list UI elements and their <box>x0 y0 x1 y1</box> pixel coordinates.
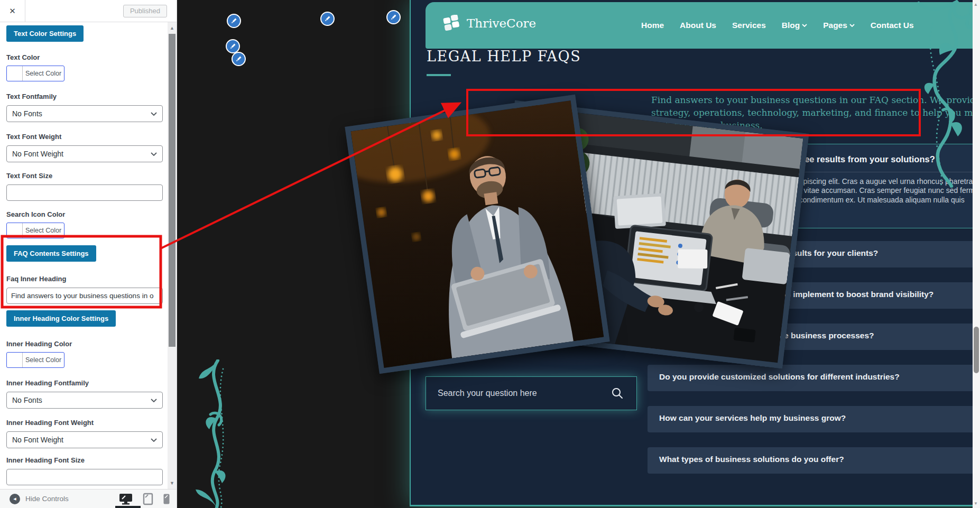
sidebar-bottombar: ◀ Hide Controls <box>0 489 177 508</box>
title-underline <box>427 74 451 76</box>
page-title: LEGAL HELP FAQS <box>427 48 581 64</box>
active-device-indicator <box>115 506 141 508</box>
faq-inner-heading-input[interactable] <box>6 288 163 304</box>
inner-heading-color-label: Inner Heading Color <box>6 340 72 348</box>
inner-heading-fontfamily-select[interactable]: No Fonts <box>6 392 163 409</box>
settings-sidebar: ✕ Published Text Color Settings Text Col… <box>0 0 177 508</box>
brand-logo-icon <box>442 15 461 32</box>
chevron-down-icon <box>802 24 807 27</box>
edit-pencil-icon[interactable] <box>320 12 335 26</box>
nav-item-pages[interactable]: Pages <box>823 21 855 30</box>
faq-inner-heading-label: Faq Inner Heading <box>6 275 66 283</box>
faq-item[interactable]: Do you provide customized solutions for … <box>648 365 980 391</box>
scroll-up-icon[interactable]: ▲ <box>170 25 174 31</box>
text-font-weight-value: No Font Weight <box>12 150 151 158</box>
scroll-down-icon[interactable]: ▼ <box>170 481 174 486</box>
customizer-window: ✕ Published Text Color Settings Text Col… <box>0 0 980 508</box>
edit-pencil-icon[interactable] <box>232 52 246 66</box>
text-fontfamily-value: No Fonts <box>12 109 151 118</box>
select-color-label: Select Color <box>23 356 64 364</box>
faq-question[interactable]: How can your services help my business g… <box>659 413 846 423</box>
chevron-down-icon <box>849 24 855 27</box>
edit-pencil-icon[interactable] <box>227 14 241 28</box>
brand-name: ThriveCore <box>467 16 536 30</box>
inner-heading-color-picker[interactable]: Select Color <box>6 352 64 368</box>
edit-pencil-icon[interactable] <box>386 10 401 24</box>
site-header: ThriveCore Home About Us Services Blog P… <box>426 2 980 49</box>
photo-businessman-laptop <box>345 95 609 374</box>
text-color-picker[interactable]: Select Color <box>6 66 64 81</box>
chevron-down-icon <box>151 438 157 442</box>
chevron-down-icon <box>151 399 157 402</box>
window-scrollbar[interactable]: ▲ ▼ <box>973 0 980 508</box>
faq-contents-settings-button[interactable]: FAQ Contents Settings <box>6 245 96 262</box>
nav-item-home[interactable]: Home <box>641 21 664 30</box>
preview-area: ThriveCore Home About Us Services Blog P… <box>177 0 973 508</box>
inner-heading-font-weight-value: No Font Weight <box>12 436 151 444</box>
color-swatch[interactable] <box>7 353 23 367</box>
tablet-preview-icon[interactable] <box>143 493 153 505</box>
faq-question[interactable]: What types of business solutions do you … <box>659 455 844 464</box>
inner-heading-font-weight-label: Inner Heading Font Weight <box>6 419 94 427</box>
text-font-weight-label: Text Font Weight <box>6 133 61 141</box>
text-font-weight-select[interactable]: No Font Weight <box>6 145 163 162</box>
published-button[interactable]: Published <box>123 5 167 17</box>
close-icon[interactable]: ✕ <box>0 0 25 22</box>
nav-item-about[interactable]: About Us <box>680 21 716 30</box>
faq-question[interactable]: Do you provide customized solutions for … <box>659 372 900 382</box>
mobile-preview-icon[interactable] <box>163 493 170 505</box>
text-fontfamily-select[interactable]: No Fonts <box>6 105 163 122</box>
inner-heading-font-size-input[interactable] <box>6 469 163 485</box>
select-color-label: Select Color <box>23 70 64 77</box>
faq-search-bar <box>426 376 637 410</box>
hide-controls-label[interactable]: Hide Controls <box>25 495 69 503</box>
text-font-size-label: Text Font Size <box>6 172 52 180</box>
inner-heading-fontfamily-value: No Fonts <box>12 396 151 404</box>
faq-search-input[interactable] <box>426 389 611 398</box>
faq-item[interactable]: How can your services help my business g… <box>648 406 980 432</box>
text-color-label: Text Color <box>6 53 40 61</box>
scrollbar-thumb[interactable] <box>169 34 175 347</box>
inner-heading-color-settings-button[interactable]: Inner Heading Color Settings <box>6 310 116 327</box>
sidebar-topbar: ✕ Published <box>0 0 177 22</box>
inner-heading-font-weight-select[interactable]: No Font Weight <box>6 431 163 448</box>
brand[interactable]: ThriveCore <box>442 15 536 32</box>
text-font-size-input[interactable] <box>6 184 163 201</box>
collapse-icon[interactable]: ◀ <box>10 494 20 504</box>
search-icon-color-label: Search Icon Color <box>6 210 65 218</box>
inner-heading-fontfamily-label: Inner Heading Fontfamily <box>6 379 89 387</box>
nav-item-services[interactable]: Services <box>732 21 766 30</box>
nav-item-contact[interactable]: Contact Us <box>871 21 914 30</box>
inner-heading-font-size-label: Inner Heading Font Size <box>6 456 85 464</box>
nav-item-blog[interactable]: Blog <box>782 21 807 30</box>
chevron-down-icon <box>151 112 157 116</box>
desktop-preview-icon[interactable] <box>118 493 133 505</box>
color-swatch[interactable] <box>7 66 23 81</box>
main-nav: Home About Us Services Blog Pages Contac… <box>641 2 914 49</box>
scrollbar-thumb[interactable] <box>974 327 979 373</box>
scroll-up-icon[interactable]: ▲ <box>974 2 978 7</box>
select-color-label: Select Color <box>23 227 64 234</box>
search-icon[interactable] <box>611 387 624 400</box>
scroll-down-icon[interactable]: ▼ <box>974 501 978 506</box>
faq-item[interactable]: What types of business solutions do you … <box>648 447 980 474</box>
edit-pencil-icon[interactable] <box>226 39 240 53</box>
text-color-settings-button[interactable]: Text Color Settings <box>6 25 84 42</box>
chevron-down-icon <box>151 152 157 156</box>
sidebar-scrollbar[interactable]: ▲ ▼ <box>168 22 177 489</box>
search-icon-color-picker[interactable]: Select Color <box>6 223 64 238</box>
text-fontfamily-label: Text Fontfamily <box>6 93 57 100</box>
color-swatch[interactable] <box>7 223 23 238</box>
